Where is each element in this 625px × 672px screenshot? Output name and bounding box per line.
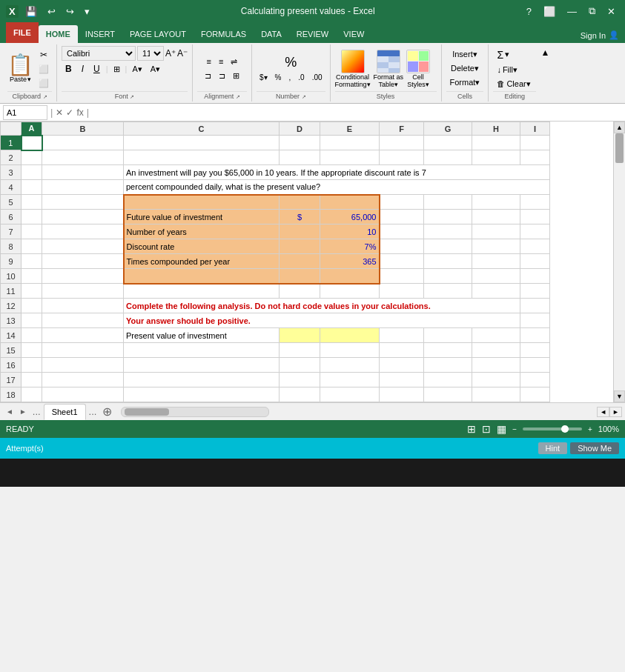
- scroll-up-btn[interactable]: ▲: [614, 122, 625, 133]
- autosum-btn[interactable]: Σ▾: [493, 47, 536, 62]
- h-scroll-thumb[interactable]: [125, 408, 169, 416]
- zoom-slider[interactable]: [523, 428, 582, 430]
- help-btn[interactable]: ?: [523, 4, 535, 19]
- font-expand-icon[interactable]: ↗: [130, 94, 134, 99]
- cell-e18[interactable]: [320, 387, 380, 402]
- cell-f8[interactable]: [380, 239, 424, 254]
- cell-h2[interactable]: [472, 150, 520, 165]
- cell-c11[interactable]: [124, 284, 280, 299]
- merge-cells-btn[interactable]: ⊞: [230, 70, 242, 82]
- cell-a15[interactable]: [22, 343, 42, 358]
- redo-btn[interactable]: ↪: [62, 4, 78, 19]
- wrap-text-btn[interactable]: ⇌: [228, 56, 240, 68]
- cell-i14[interactable]: [520, 328, 550, 343]
- col-header-a[interactable]: A: [22, 122, 42, 136]
- cell-d16[interactable]: [280, 358, 320, 373]
- cell-g11[interactable]: [424, 284, 472, 299]
- cell-b5[interactable]: [42, 195, 124, 210]
- col-header-e[interactable]: E: [320, 122, 380, 136]
- scroll-thumb[interactable]: [615, 133, 624, 163]
- cell-d15[interactable]: [280, 343, 320, 358]
- cell-i1[interactable]: [520, 136, 550, 150]
- cell-c13[interactable]: Your answer should be positive.: [124, 313, 520, 328]
- cell-e8[interactable]: 7%: [320, 239, 380, 254]
- cell-b9[interactable]: [42, 254, 124, 269]
- cell-d6[interactable]: $: [280, 210, 320, 224]
- h-scroll-right-btn[interactable]: ►: [609, 407, 622, 417]
- cell-a11[interactable]: [22, 284, 42, 299]
- cell-c3[interactable]: An investment will pay you $65,000 in 10…: [124, 165, 550, 180]
- cell-a13[interactable]: [22, 313, 42, 328]
- insert-function-btn[interactable]: fx: [76, 107, 83, 118]
- sheet-dots-right[interactable]: ...: [86, 406, 100, 417]
- fill-color-button[interactable]: A▾: [129, 63, 145, 76]
- tab-file[interactable]: FILE: [6, 22, 39, 43]
- scroll-down-btn[interactable]: ▼: [614, 390, 625, 402]
- col-header-c[interactable]: C: [124, 122, 280, 136]
- show-me-button[interactable]: Show Me: [570, 442, 619, 454]
- cell-a3[interactable]: [22, 165, 42, 180]
- cell-c18[interactable]: [124, 387, 280, 402]
- cell-c9[interactable]: Times compounded per year: [124, 254, 280, 269]
- font-shrink-button[interactable]: A⁻: [177, 48, 188, 59]
- cell-e17[interactable]: [320, 373, 380, 387]
- cell-d1[interactable]: [280, 136, 320, 150]
- cell-a5[interactable]: [22, 195, 42, 210]
- cell-c2[interactable]: [124, 150, 280, 165]
- cell-f7[interactable]: [380, 224, 424, 239]
- fill-btn[interactable]: ↓Fill▾: [493, 64, 536, 76]
- comma-btn[interactable]: ,: [286, 72, 294, 83]
- cell-h7[interactable]: [472, 224, 520, 239]
- cell-h16[interactable]: [472, 358, 520, 373]
- cell-a1[interactable]: [22, 136, 42, 150]
- font-name-select[interactable]: Calibri: [62, 46, 136, 61]
- cell-b6[interactable]: [42, 210, 124, 224]
- normal-view-btn[interactable]: ⊞: [467, 423, 476, 435]
- cell-h17[interactable]: [472, 373, 520, 387]
- cell-d10[interactable]: [280, 269, 320, 284]
- cell-d17[interactable]: [280, 373, 320, 387]
- cell-c10[interactable]: [124, 269, 280, 284]
- cell-e6[interactable]: 65,000: [320, 210, 380, 224]
- cell-a18[interactable]: [22, 387, 42, 402]
- cell-g7[interactable]: [424, 224, 472, 239]
- font-grow-button[interactable]: A⁺: [165, 48, 176, 59]
- cell-b11[interactable]: [42, 284, 124, 299]
- cell-a14[interactable]: [22, 328, 42, 343]
- tab-data[interactable]: DATA: [254, 25, 289, 43]
- cell-g17[interactable]: [424, 373, 472, 387]
- cell-d5[interactable]: [280, 195, 320, 210]
- cell-b1[interactable]: [42, 136, 124, 150]
- cell-g10[interactable]: [424, 269, 472, 284]
- cell-a9[interactable]: [22, 254, 42, 269]
- cell-b7[interactable]: [42, 224, 124, 239]
- cell-e9[interactable]: 365: [320, 254, 380, 269]
- cell-e10[interactable]: [320, 269, 380, 284]
- cell-a17[interactable]: [22, 373, 42, 387]
- align-center-btn[interactable]: ⊐: [216, 70, 228, 82]
- cell-a7[interactable]: [22, 224, 42, 239]
- cell-i2[interactable]: [520, 150, 550, 165]
- tab-view[interactable]: VIEW: [336, 25, 371, 43]
- cell-d14[interactable]: [280, 328, 320, 343]
- underline-button[interactable]: U: [90, 62, 104, 76]
- cell-i18[interactable]: [520, 387, 550, 402]
- cell-e2[interactable]: [320, 150, 380, 165]
- clipboard-expand-icon[interactable]: ↗: [43, 94, 47, 99]
- paste-button[interactable]: 📋: [7, 55, 33, 76]
- sign-in[interactable]: Sign In 👤: [581, 30, 619, 43]
- cell-i12[interactable]: [520, 299, 550, 313]
- tab-formulas[interactable]: FORMULAS: [194, 25, 254, 43]
- cell-f11[interactable]: [380, 284, 424, 299]
- format-cells-btn[interactable]: Format▾: [446, 76, 484, 89]
- cell-h1[interactable]: [472, 136, 520, 150]
- cell-g5[interactable]: [424, 195, 472, 210]
- undo-btn[interactable]: ↩: [44, 4, 59, 19]
- cell-d11[interactable]: [280, 284, 320, 299]
- cell-f15[interactable]: [380, 343, 424, 358]
- cell-e5[interactable]: [320, 195, 380, 210]
- cell-h9[interactable]: [472, 254, 520, 269]
- cell-h6[interactable]: [472, 210, 520, 224]
- cell-i9[interactable]: [520, 254, 550, 269]
- delete-cells-btn[interactable]: Delete▾: [446, 62, 484, 75]
